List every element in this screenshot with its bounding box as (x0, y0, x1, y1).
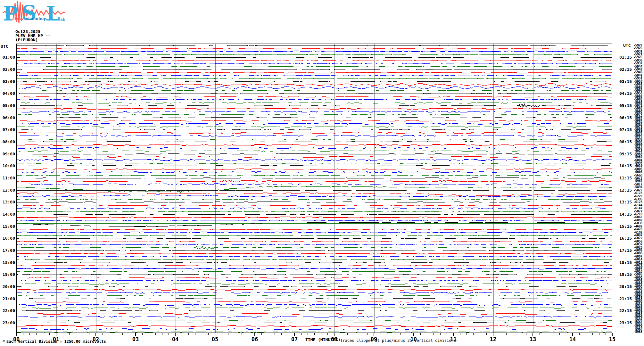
seismo-trace-row-76 (17, 274, 612, 275)
utc-label-left: UTC (1, 44, 8, 49)
minor-tick (506, 333, 507, 335)
minor-tick (579, 333, 580, 335)
hour-label-left-23:00: 23:00 (0, 321, 15, 325)
minor-tick (381, 333, 381, 335)
x-axis-tick-label-05: 05 (209, 337, 221, 342)
seismo-trace-row-65 (17, 241, 612, 242)
hour-label-right-14:15: 14:15 (619, 212, 632, 216)
seismo-trace-row-45 (17, 180, 612, 182)
seismo-trace-row-16 (17, 93, 612, 94)
seismo-trace-row-57 (17, 217, 612, 218)
seismo-trace-row-64 (17, 238, 612, 239)
logo-word-eismology: eismology (26, 17, 48, 21)
hour-label-right-03:15: 03:15 (619, 79, 632, 84)
seismo-trace-row-28 (17, 129, 612, 130)
minor-tick (480, 333, 480, 335)
x-axis-tick-label-06: 06 (248, 337, 261, 342)
seismo-trace-row-61 (17, 229, 612, 230)
major-tick (453, 333, 454, 336)
seismo-trace-row-73 (17, 265, 612, 266)
seismo-trace-row-8 (17, 69, 612, 70)
minor-tick (559, 333, 560, 335)
hour-label-right-05:15: 05:15 (619, 103, 632, 108)
seismo-trace-row-70 (17, 256, 612, 257)
seismo-trace-row-55 (17, 211, 612, 212)
major-tick (294, 333, 295, 336)
seismo-trace-row-35 (17, 151, 612, 152)
seismo-trace-row-26 (17, 123, 612, 124)
seismo-trace-row-10 (17, 75, 612, 76)
hour-label-right-12:15: 12:15 (619, 188, 632, 192)
minor-tick (473, 333, 474, 335)
major-tick (16, 333, 17, 336)
minor-tick (195, 333, 195, 335)
minor-tick (440, 333, 441, 335)
minor-tick (606, 333, 606, 335)
seismo-trace-row-63 (17, 235, 612, 236)
scale-note: Each Vertical Division = 1250.00 microvo… (6, 339, 106, 344)
hour-label-right-08:15: 08:15 (619, 140, 632, 144)
seismo-trace-row-24 (17, 117, 612, 118)
hour-label-right-23:15: 23:15 (619, 321, 632, 325)
hour-label-left-06:00: 06:00 (0, 116, 15, 120)
seismo-trace-row-15 (17, 90, 612, 91)
major-tick (215, 333, 215, 336)
major-tick (254, 333, 255, 336)
seismo-trace-row-94 (17, 328, 612, 329)
minor-tick (103, 333, 103, 335)
seismo-trace-row-20 (17, 104, 612, 108)
hour-label-right-21:15: 21:15 (619, 297, 632, 301)
hour-label-right-02:15: 02:15 (619, 67, 632, 71)
minor-tick (169, 333, 169, 335)
seismo-trace-row-78 (17, 280, 612, 281)
minor-tick (486, 333, 487, 335)
minor-tick (122, 333, 123, 335)
minor-tick (301, 333, 301, 335)
minor-tick (513, 333, 513, 335)
seismo-trace-row-2 (17, 51, 612, 52)
seismo-trace-row-5 (17, 60, 612, 61)
minor-tick (447, 333, 447, 335)
minor-tick (546, 333, 546, 335)
hour-label-right-15:15: 15:15 (619, 224, 632, 228)
minor-tick (202, 333, 202, 335)
minor-tick (222, 333, 222, 335)
seismo-trace-row-44 (17, 178, 612, 178)
major-tick (413, 333, 414, 336)
seismo-trace-row-71 (17, 260, 612, 260)
seismo-trace-row-42 (17, 172, 612, 173)
seismo-trace-row-58 (17, 220, 612, 221)
seismo-trace-row-12 (17, 81, 612, 82)
major-tick (493, 333, 493, 336)
minor-tick (188, 333, 189, 335)
seismo-trace-row-29 (17, 132, 612, 133)
seismo-trace-row-77 (17, 277, 612, 278)
minor-tick (142, 333, 143, 335)
seismo-trace-row-90 (17, 317, 612, 317)
hour-label-left-13:00: 13:00 (0, 200, 15, 204)
x-axis-tick-label-14: 14 (566, 337, 579, 342)
hour-label-left-21:00: 21:00 (0, 297, 15, 301)
seismo-trace-row-25 (17, 120, 612, 121)
hour-label-right-16:15: 16:15 (619, 236, 632, 240)
seismo-trace-row-50 (17, 195, 612, 197)
minor-tick (155, 333, 156, 335)
helicorder-plot (16, 44, 612, 333)
logo-word-atras: atras (12, 17, 23, 21)
hour-label-right-18:15: 18:15 (619, 260, 632, 265)
minor-tick (275, 333, 275, 335)
seismo-trace-row-41 (17, 169, 612, 169)
hour-label-right-19:15: 19:15 (619, 272, 632, 276)
minor-tick (540, 333, 540, 335)
seismo-trace-row-66 (17, 244, 612, 245)
seismo-trace-row-33 (17, 144, 612, 145)
seismo-trace-row-89 (17, 313, 612, 314)
seismo-trace-row-18 (17, 99, 612, 100)
minor-tick (235, 333, 235, 335)
minor-tick (592, 333, 593, 335)
x-axis-tick-label-13: 13 (526, 337, 539, 342)
major-tick (612, 333, 613, 336)
x-axis-tick-label-04: 04 (169, 337, 182, 342)
hour-label-left-08:00: 08:00 (0, 140, 15, 144)
psl-logo[interactable]: P S L atras eismology ab (3, 1, 65, 24)
